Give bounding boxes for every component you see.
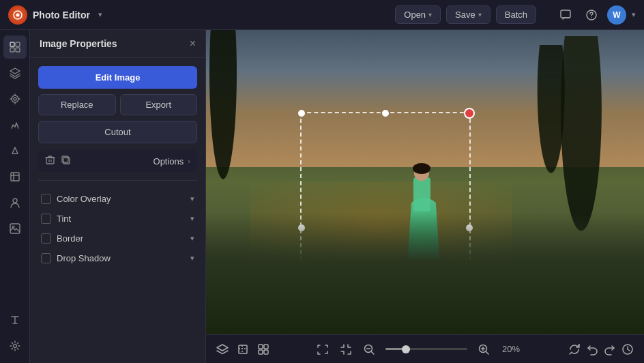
svg-point-1 (16, 13, 20, 16)
svg-point-18 (13, 199, 17, 203)
svg-point-10 (14, 98, 16, 100)
panel-header: Image Properties × (30, 30, 205, 58)
svg-rect-28 (239, 345, 247, 353)
effects-list: Color Overlay ▾ Tint ▾ Border ▾ Drop Sha… (38, 189, 197, 268)
svg-rect-31 (259, 345, 263, 349)
options-row: Options › (38, 150, 197, 172)
effect-tint: Tint ▾ (38, 209, 197, 229)
photo-trees (206, 30, 644, 334)
drop-shadow-checkbox[interactable] (41, 253, 51, 263)
zoom-slider-thumb[interactable] (402, 345, 410, 353)
border-checkbox[interactable] (41, 233, 51, 244)
svg-point-9 (12, 96, 18, 102)
border-expand-icon[interactable]: ▾ (190, 234, 194, 243)
zoom-slider[interactable] (385, 348, 467, 350)
panel-title: Image Properties (40, 38, 117, 49)
save-button[interactable]: Save ▾ (446, 5, 491, 24)
drop-shadow-label: Drop Shadow (57, 253, 185, 263)
sidebar-item-text[interactable] (3, 308, 27, 332)
svg-rect-15 (11, 173, 19, 181)
handle-middle-right[interactable] (466, 224, 473, 231)
svg-rect-5 (10, 42, 14, 46)
chat-icon-button[interactable] (555, 5, 576, 25)
layers-icon-button[interactable] (216, 343, 229, 356)
redo-button[interactable] (603, 343, 617, 356)
canvas-area: 20% (206, 30, 644, 363)
svg-rect-22 (46, 158, 54, 164)
trash-icon[interactable] (45, 155, 55, 167)
sidebar-item-gallery[interactable] (3, 217, 27, 240)
svg-rect-7 (10, 48, 14, 52)
svg-point-21 (13, 345, 16, 348)
bottom-toolbar: 20% (206, 334, 644, 363)
zoom-out-button[interactable] (362, 343, 376, 356)
zoom-in-button[interactable] (477, 343, 491, 356)
sidebar-item-crop[interactable] (3, 165, 27, 188)
photo-background (206, 30, 644, 334)
effect-drop-shadow: Drop Shadow ▾ (38, 248, 197, 268)
svg-line-37 (372, 351, 375, 354)
svg-rect-2 (561, 10, 570, 18)
sidebar-item-shapes[interactable] (3, 139, 27, 162)
effect-color-overlay: Color Overlay ▾ (38, 189, 197, 209)
save-chevron-icon: ▾ (478, 11, 482, 18)
open-chevron-icon: ▾ (428, 11, 432, 18)
refresh-button[interactable] (568, 343, 581, 356)
shrink-button[interactable] (339, 343, 353, 356)
bottom-right-tools (568, 343, 634, 356)
properties-panel: Image Properties × Edit Image Replace Ex… (30, 30, 206, 363)
main-layout: Image Properties × Edit Image Replace Ex… (0, 30, 644, 363)
tint-label: Tint (57, 214, 185, 224)
topbar: Photo Editor ▾ Open ▾ Save ▾ Batch W ▾ (0, 0, 644, 30)
panel-body: Edit Image Replace Export Cutout (30, 58, 205, 276)
color-overlay-expand-icon[interactable]: ▾ (190, 194, 194, 203)
batch-button[interactable]: Batch (496, 5, 536, 24)
crop-icon-button[interactable] (236, 343, 250, 356)
sidebar-item-effects[interactable] (3, 113, 27, 136)
sidebar-item-filter[interactable] (3, 87, 27, 111)
tint-checkbox[interactable] (41, 214, 51, 224)
canvas-main[interactable] (206, 30, 644, 334)
color-overlay-checkbox[interactable] (41, 194, 51, 204)
zoom-percent-label: 20% (500, 344, 522, 354)
svg-line-41 (486, 351, 489, 354)
app-logo (8, 5, 27, 25)
handle-middle-left[interactable] (298, 224, 305, 231)
bottom-left-tools (216, 343, 270, 356)
color-overlay-label: Color Overlay (57, 194, 185, 204)
cutout-button[interactable]: Cutout (38, 121, 197, 143)
options-label: Options (153, 156, 184, 166)
svg-rect-8 (16, 48, 20, 52)
duplicate-icon[interactable] (61, 155, 71, 167)
effect-border: Border ▾ (38, 229, 197, 248)
avatar[interactable]: W (607, 5, 626, 25)
svg-point-4 (591, 17, 591, 18)
grid-icon-button[interactable] (257, 343, 270, 356)
export-button[interactable]: Export (120, 94, 198, 115)
bottom-center-zoom: 20% (270, 343, 568, 356)
undo-button[interactable] (585, 343, 599, 356)
sidebar-item-settings[interactable] (3, 334, 27, 358)
avatar-chevron-icon: ▾ (632, 10, 636, 19)
replace-button[interactable]: Replace (38, 94, 116, 115)
fit-screen-button[interactable] (316, 343, 330, 356)
svg-rect-33 (259, 350, 263, 354)
divider (38, 180, 197, 181)
drop-shadow-expand-icon[interactable]: ▾ (190, 254, 194, 263)
panel-close-button[interactable]: × (190, 38, 196, 49)
icon-sidebar (0, 30, 30, 363)
replace-export-row: Replace Export (38, 94, 197, 115)
open-button[interactable]: Open ▾ (395, 5, 441, 24)
edit-image-button[interactable]: Edit Image (38, 66, 197, 89)
svg-rect-6 (16, 42, 20, 46)
options-chevron-icon: › (188, 157, 190, 165)
sidebar-item-people[interactable] (3, 191, 27, 214)
sidebar-item-properties[interactable] (3, 35, 27, 59)
tint-expand-icon[interactable]: ▾ (190, 214, 194, 223)
svg-rect-34 (264, 350, 268, 354)
help-icon-button[interactable] (581, 5, 602, 25)
border-label: Border (57, 233, 185, 244)
history-button[interactable] (621, 343, 634, 356)
app-name: Photo Editor (33, 10, 90, 20)
sidebar-item-layers[interactable] (3, 61, 27, 85)
